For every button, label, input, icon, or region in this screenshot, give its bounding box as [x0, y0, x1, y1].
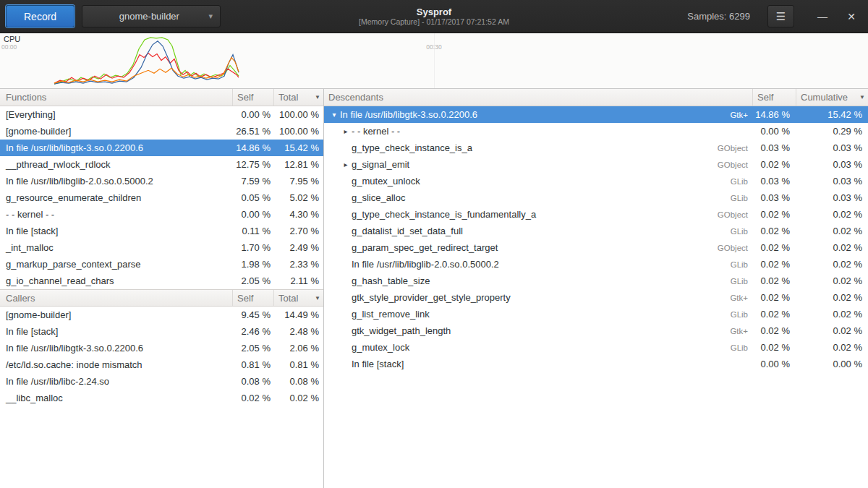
descendants-table-row[interactable]: g_type_check_instance_is_a GObject 0.03 …	[324, 140, 868, 156]
descendants-table-row[interactable]: In file /usr/lib/libglib-2.0.so.0.5000.2…	[324, 256, 868, 273]
column-header-total[interactable]: Total ▼	[273, 290, 323, 306]
column-header-self[interactable]: Self	[752, 89, 796, 106]
callers-table-row[interactable]: /etc/ld.so.cache: inode mismatch 0.81 % …	[0, 356, 323, 373]
descendant-name: In file /usr/lib/libgtk-3.so.0.2200.6	[340, 109, 477, 120]
library-tag: Gtk+	[730, 294, 752, 302]
function-name: g_resource_enumerate_children	[0, 192, 232, 203]
descendants-table-row[interactable]: g_param_spec_get_redirect_target GObject…	[324, 239, 868, 256]
cpu-timeline-graph[interactable]: CPU 00:00 00:30	[0, 33, 868, 89]
cumulative-percent: 0.02 %	[796, 275, 868, 286]
menu-button[interactable]: ☰	[767, 5, 794, 27]
close-button[interactable]: ✕	[841, 6, 862, 27]
callers-table-row[interactable]: In file [stack] 2.46 % 2.48 %	[0, 323, 323, 340]
self-percent: 0.03 %	[752, 176, 796, 187]
descendant-name: g_slice_alloc	[352, 192, 405, 203]
self-percent: 0.11 %	[232, 226, 273, 236]
record-button[interactable]: Record	[6, 5, 75, 27]
column-header-total[interactable]: Total ▼	[273, 89, 323, 106]
function-name: In file [stack]	[0, 226, 232, 236]
expander-icon[interactable]: ▸	[340, 160, 352, 168]
descendant-name-cell: g_param_spec_get_redirect_target GObject	[324, 242, 752, 253]
descendant-name: g_type_check_instance_is_a	[352, 142, 472, 153]
library-tag: GLib	[731, 194, 752, 202]
callers-table-row[interactable]: __libc_malloc 0.02 % 0.02 %	[0, 390, 323, 406]
total-percent: 5.02 %	[273, 192, 323, 203]
callers-table-row[interactable]: In file /usr/lib/libc-2.24.so 0.08 % 0.0…	[0, 373, 323, 390]
process-selector-dropdown[interactable]: gnome-builder ▾	[82, 5, 221, 27]
caller-name: __libc_malloc	[0, 393, 232, 403]
self-percent: 0.02 %	[752, 292, 796, 303]
cumulative-percent: 0.03 %	[796, 192, 868, 203]
function-name: __pthread_rwlock_rdlock	[0, 159, 232, 170]
functions-table-row[interactable]: [Everything] 0.00 % 100.00 %	[0, 106, 323, 123]
library-tag: GLib	[731, 310, 752, 319]
close-icon: ✕	[847, 11, 856, 22]
minimize-button[interactable]: —	[812, 6, 833, 27]
functions-table-row[interactable]: In file /usr/lib/libglib-2.0.so.0.5000.2…	[0, 173, 323, 189]
functions-table-row[interactable]: g_markup_parse_context_parse 1.98 % 2.33…	[0, 256, 323, 273]
self-percent: 0.02 %	[232, 393, 273, 403]
descendant-name-cell: g_type_check_instance_is_fundamentally_a…	[324, 209, 752, 220]
descendants-table-row[interactable]: g_datalist_id_set_data_full GLib 0.02 % …	[324, 223, 868, 239]
function-name: - - kernel - -	[0, 209, 232, 220]
descendants-table-row[interactable]: g_hash_table_size GLib 0.02 % 0.02 %	[324, 273, 868, 289]
samples-count: Samples: 6299	[687, 11, 750, 22]
function-name: [Everything]	[0, 109, 232, 120]
function-name: In file /usr/lib/libgtk-3.so.0.2200.6	[0, 142, 232, 153]
functions-table-row[interactable]: _int_malloc 1.70 % 2.49 %	[0, 239, 323, 256]
functions-table-row[interactable]: In file [stack] 0.11 % 2.70 %	[0, 223, 323, 239]
descendants-table-row[interactable]: ▸ g_signal_emit GObject 0.02 % 0.03 %	[324, 156, 868, 173]
functions-table-row[interactable]: __pthread_rwlock_rdlock 12.75 % 12.81 %	[0, 156, 323, 173]
column-header-callers[interactable]: Callers	[0, 290, 232, 306]
functions-table-row[interactable]: In file /usr/lib/libgtk-3.so.0.2200.6 14…	[0, 140, 323, 156]
callers-table-header: Callers Self Total ▼	[0, 289, 323, 307]
time-start-label: 00:00	[1, 43, 17, 51]
sort-indicator-icon: ▼	[859, 94, 868, 100]
self-percent: 2.05 %	[232, 275, 273, 286]
column-header-functions[interactable]: Functions	[0, 89, 232, 106]
cumulative-percent: 0.02 %	[796, 325, 868, 336]
cumulative-percent: 15.42 %	[796, 109, 868, 120]
functions-table-row[interactable]: - - kernel - - 0.00 % 4.30 %	[0, 206, 323, 223]
cumulative-percent: 0.29 %	[796, 126, 868, 137]
descendants-table-row[interactable]: g_mutex_lock GLib 0.02 % 0.02 %	[324, 339, 868, 356]
expander-icon[interactable]: ▾	[328, 111, 340, 119]
descendants-table-row[interactable]: g_type_check_instance_is_fundamentally_a…	[324, 206, 868, 223]
expander-icon[interactable]: ▸	[340, 127, 352, 135]
self-percent: 0.00 %	[752, 359, 796, 369]
column-header-self[interactable]: Self	[232, 89, 273, 106]
functions-table-row[interactable]: [gnome-builder] 26.51 % 100.00 %	[0, 123, 323, 140]
column-header-cumulative[interactable]: Cumulative ▼	[796, 89, 868, 106]
cumulative-percent: 0.02 %	[796, 309, 868, 320]
descendants-table-header: Descendants Self Cumulative ▼	[324, 89, 868, 106]
descendants-table-row[interactable]: g_list_remove_link GLib 0.02 % 0.02 %	[324, 306, 868, 322]
library-tag: GObject	[718, 244, 752, 252]
functions-table-row[interactable]: g_io_channel_read_chars 2.05 % 2.11 %	[0, 273, 323, 289]
descendant-name-cell: ▸ - - kernel - -	[324, 126, 752, 137]
total-percent: 2.33 %	[273, 259, 323, 270]
functions-table-row[interactable]: g_resource_enumerate_children 0.05 % 5.0…	[0, 189, 323, 206]
descendants-table-row[interactable]: gtk_style_provider_get_style_property Gt…	[324, 289, 868, 306]
column-header-descendants[interactable]: Descendants	[324, 89, 752, 106]
self-percent: 0.02 %	[752, 309, 796, 320]
callers-table-row[interactable]: [gnome-builder] 9.45 % 14.49 %	[0, 307, 323, 323]
descendants-table-row[interactable]: ▸ - - kernel - - 0.00 % 0.29 %	[324, 123, 868, 140]
callers-table-row[interactable]: In file /usr/lib/libgtk-3.so.0.2200.6 2.…	[0, 340, 323, 356]
header-bar: Record gnome-builder ▾ Sysprof [Memory C…	[0, 0, 868, 33]
self-percent: 0.00 %	[752, 126, 796, 137]
library-tag: GLib	[731, 260, 752, 269]
descendants-table-row[interactable]: In file [stack] 0.00 % 0.00 %	[324, 356, 868, 372]
total-percent: 4.30 %	[273, 209, 323, 220]
descendants-table-row[interactable]: g_slice_alloc GLib 0.03 % 0.03 %	[324, 189, 868, 206]
descendants-table-row[interactable]: ▾ In file /usr/lib/libgtk-3.so.0.2200.6 …	[324, 106, 868, 123]
total-percent: 2.06 %	[273, 343, 323, 354]
chevron-down-icon: ▾	[209, 12, 213, 21]
descendants-table-row[interactable]: gtk_widget_path_length Gtk+ 0.02 % 0.02 …	[324, 322, 868, 339]
function-name: _int_malloc	[0, 242, 232, 253]
total-percent: 0.81 %	[273, 359, 323, 370]
descendants-table-row[interactable]: g_mutex_unlock GLib 0.03 % 0.03 %	[324, 173, 868, 189]
descendant-name-cell: g_hash_table_size GLib	[324, 275, 752, 286]
column-header-self[interactable]: Self	[232, 290, 273, 306]
self-percent: 0.81 %	[232, 359, 273, 370]
function-name: g_markup_parse_context_parse	[0, 259, 232, 270]
